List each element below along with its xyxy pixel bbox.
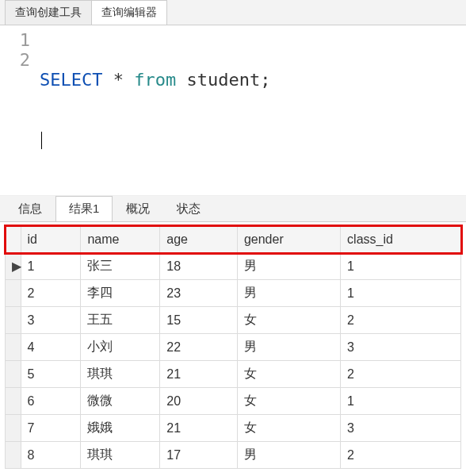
cell-class-id[interactable]: 2 (341, 307, 461, 334)
code-line[interactable]: SELECT * from student; (40, 70, 270, 90)
row-marker (6, 280, 21, 307)
cell-id[interactable]: 3 (21, 307, 81, 334)
cell-gender[interactable]: 男 (237, 253, 340, 280)
col-class-id[interactable]: class_id (341, 226, 461, 253)
cell-age[interactable]: 18 (160, 253, 238, 280)
line-number: 2 (0, 50, 30, 70)
tab-info[interactable]: 信息 (5, 196, 55, 221)
row-marker (6, 307, 21, 334)
row-marker (6, 334, 21, 361)
tab-profile[interactable]: 概况 (113, 196, 163, 221)
line-gutter: 1 2 (0, 30, 40, 189)
cell-gender[interactable]: 男 (237, 280, 340, 307)
row-marker (6, 388, 21, 415)
code-star: * (102, 70, 134, 90)
tab-status[interactable]: 状态 (163, 196, 214, 221)
cell-name[interactable]: 琪琪 (81, 442, 160, 469)
code-ident: student; (176, 70, 270, 90)
cell-id[interactable]: 4 (21, 334, 81, 361)
line-number: 1 (0, 30, 30, 50)
tab-query-create[interactable]: 查询创建工具 (5, 0, 92, 25)
keyword-select: SELECT (40, 70, 102, 90)
cell-age[interactable]: 17 (160, 442, 238, 469)
row-marker: ▶ (6, 253, 21, 280)
cell-name[interactable]: 娥娥 (81, 415, 160, 442)
row-marker (6, 361, 21, 388)
cell-class-id[interactable]: 3 (341, 415, 461, 442)
cell-name[interactable]: 微微 (81, 388, 160, 415)
cell-age[interactable]: 23 (160, 280, 238, 307)
cell-name[interactable]: 王五 (81, 307, 160, 334)
table-row[interactable]: ▶1张三18男1 (6, 253, 461, 280)
cell-id[interactable]: 8 (21, 442, 81, 469)
tab-query-editor[interactable]: 查询编辑器 (91, 0, 167, 25)
cell-id[interactable]: 1 (21, 253, 81, 280)
cell-class-id[interactable]: 1 (341, 388, 461, 415)
table-header-row[interactable]: id name age gender class_id (6, 226, 461, 253)
row-marker (6, 442, 21, 469)
cell-gender[interactable]: 男 (237, 442, 340, 469)
table-row[interactable]: 5琪琪21女2 (6, 361, 461, 388)
table-row[interactable]: 6微微20女1 (6, 388, 461, 415)
cell-id[interactable]: 5 (21, 361, 81, 388)
cell-gender[interactable]: 男 (237, 334, 340, 361)
table-row[interactable]: 3王五15女2 (6, 307, 461, 334)
cell-age[interactable]: 20 (160, 388, 238, 415)
code-line[interactable] (40, 129, 270, 149)
results-grid-wrap: id name age gender class_id ▶1张三18男12李四2… (0, 222, 466, 472)
result-tabs: 信息 结果1 概况 状态 (0, 196, 466, 222)
cell-class-id[interactable]: 1 (341, 280, 461, 307)
cell-age[interactable]: 21 (160, 361, 238, 388)
table-row[interactable]: 8琪琪17男2 (6, 442, 461, 469)
cell-class-id[interactable]: 1 (341, 253, 461, 280)
table-row[interactable]: 2李四23男1 (6, 280, 461, 307)
text-cursor (41, 132, 42, 149)
cell-age[interactable]: 22 (160, 334, 238, 361)
cell-name[interactable]: 小刘 (81, 334, 160, 361)
cell-age[interactable]: 15 (160, 307, 238, 334)
row-marker (6, 415, 21, 442)
table-row[interactable]: 4小刘22男3 (6, 334, 461, 361)
cell-gender[interactable]: 女 (237, 388, 340, 415)
code-content[interactable]: SELECT * from student; (40, 30, 270, 189)
cell-gender[interactable]: 女 (237, 415, 340, 442)
cell-class-id[interactable]: 3 (341, 334, 461, 361)
table-row[interactable]: 7娥娥21女3 (6, 415, 461, 442)
cell-name[interactable]: 琪琪 (81, 361, 160, 388)
cell-id[interactable]: 2 (21, 280, 81, 307)
cell-class-id[interactable]: 2 (341, 442, 461, 469)
cell-id[interactable]: 6 (21, 388, 81, 415)
cell-gender[interactable]: 女 (237, 307, 340, 334)
cell-name[interactable]: 李四 (81, 280, 160, 307)
tab-result1[interactable]: 结果1 (55, 196, 113, 221)
top-tabs: 查询创建工具 查询编辑器 (0, 0, 466, 25)
cell-id[interactable]: 7 (21, 415, 81, 442)
col-age[interactable]: age (160, 226, 238, 253)
code-editor[interactable]: 1 2 SELECT * from student; (0, 25, 466, 196)
col-gender[interactable]: gender (237, 226, 340, 253)
keyword-from: from (134, 70, 176, 90)
col-name[interactable]: name (81, 226, 160, 253)
row-marker-header (6, 226, 21, 253)
results-grid[interactable]: id name age gender class_id ▶1张三18男12李四2… (5, 225, 461, 469)
col-id[interactable]: id (21, 226, 81, 253)
cell-class-id[interactable]: 2 (341, 361, 461, 388)
cell-age[interactable]: 21 (160, 415, 238, 442)
cell-gender[interactable]: 女 (237, 361, 340, 388)
cell-name[interactable]: 张三 (81, 253, 160, 280)
